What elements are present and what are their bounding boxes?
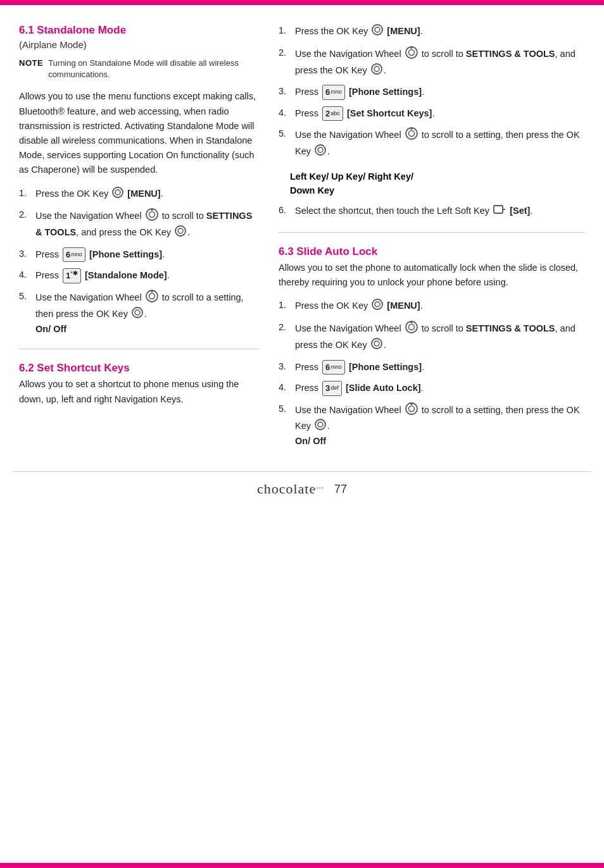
- section-62-title: 6.2 Set Shortcut Keys: [19, 362, 260, 375]
- ok-key-icon-63-2: [371, 338, 382, 354]
- nav-wheel-icon-63-2: [405, 321, 418, 338]
- section-63-title: 6.3 Slide Auto Lock: [279, 245, 585, 258]
- svg-point-29: [408, 325, 414, 330]
- step-62-2: 2. Use the Navigation Wheel to scroll to…: [279, 46, 585, 79]
- key-6mno-63: 6mno: [322, 360, 345, 375]
- svg-point-32: [374, 341, 379, 346]
- svg-point-1: [115, 190, 120, 195]
- svg-point-16: [410, 47, 412, 49]
- svg-point-4: [151, 209, 153, 211]
- on-off-61: On/ Off: [35, 324, 66, 334]
- sub-title-62: Left Key/ Up Key/ Right Key/Down Key: [290, 170, 585, 198]
- on-off-63: On/ Off: [295, 436, 326, 446]
- page-number: 77: [334, 483, 347, 496]
- divider-62: [19, 349, 260, 349]
- step-62-3: 3. Press 6mno [Phone Settings].: [279, 85, 585, 100]
- ok-key-icon-62-2: [371, 63, 382, 79]
- section-62: 6.2 Set Shortcut Keys Allows you to set …: [19, 362, 260, 406]
- section-61-steps: 1. Press the OK Key [MENU]. 2. Use the N…: [19, 187, 260, 337]
- section-63-steps: 1. Press the OK Key [MENU]. 2. Use the N…: [279, 299, 585, 449]
- step-63-1: 1. Press the OK Key [MENU].: [279, 299, 585, 314]
- key-3def: 3def: [322, 381, 342, 396]
- step-62-6: 6. Select the shortcut, then touch the L…: [279, 204, 585, 220]
- svg-point-18: [374, 66, 379, 71]
- ok-key-icon-62-1: [372, 24, 383, 40]
- divider-63: [279, 232, 585, 233]
- nav-wheel-icon-61-2: [146, 208, 158, 225]
- ok-key-icon-61-5: [132, 307, 143, 323]
- section-63: 6.3 Slide Auto Lock Allows you to set th…: [279, 245, 585, 449]
- svg-point-27: [375, 302, 380, 307]
- svg-point-20: [408, 131, 414, 137]
- svg-point-17: [372, 64, 382, 74]
- section-62-body: Allows you to set a shortcut to phone me…: [19, 377, 260, 406]
- svg-rect-24: [494, 206, 503, 213]
- section-61: 6.1 Standalone Mode (Airplane Mode) NOTE…: [19, 24, 260, 336]
- svg-point-22: [315, 145, 325, 155]
- section-61-title: 6.1 Standalone Mode: [19, 24, 260, 37]
- svg-point-5: [175, 226, 186, 236]
- ok-key-icon-63-5: [315, 419, 326, 435]
- note-text: Turning on Standalone Mode will disable …: [48, 58, 260, 80]
- ok-key-icon-63-1: [372, 299, 383, 314]
- step-61-2: 2. Use the Navigation Wheel to scroll to…: [19, 208, 260, 241]
- svg-point-15: [408, 49, 414, 55]
- svg-point-9: [151, 290, 153, 292]
- step-63-4: 4. Press 3def [Slide Auto Lock].: [279, 381, 585, 396]
- svg-point-8: [149, 294, 154, 299]
- key-6mno: 6mno: [63, 247, 85, 263]
- footer: chocolate... 77: [0, 472, 604, 510]
- note-label: NOTE: [19, 58, 43, 68]
- svg-point-0: [113, 187, 123, 197]
- section-61-body: Allows you to use the menu functions exc…: [19, 89, 260, 177]
- step-61-4: 4. Press 1°✱ [Standalone Mode].: [19, 268, 260, 283]
- svg-point-12: [372, 25, 382, 35]
- left-column: 6.1 Standalone Mode (Airplane Mode) NOTE…: [19, 24, 260, 459]
- step-63-5: 5. Use the Navigation Wheel to scroll to…: [279, 402, 585, 449]
- right-column: 1. Press the OK Key [MENU]. 2. Use the N…: [279, 24, 585, 459]
- svg-point-3: [149, 212, 154, 218]
- svg-point-6: [178, 228, 183, 233]
- svg-point-23: [318, 147, 323, 152]
- step-63-2: 2. Use the Navigation Wheel to scroll to…: [279, 321, 585, 354]
- section-61-subtitle: (Airplane Mode): [19, 39, 260, 50]
- ok-key-icon-61-2: [175, 225, 186, 241]
- step-61-3: 3. Press 6mno [Phone Settings].: [19, 247, 260, 263]
- svg-point-26: [372, 299, 382, 309]
- top-bar: [0, 0, 604, 5]
- nav-wheel-icon-63-5: [405, 402, 418, 419]
- key-2abc: 2abc: [322, 106, 343, 121]
- section-62-steps: 1. Press the OK Key [MENU]. 2. Use the N…: [279, 24, 585, 160]
- svg-point-36: [315, 419, 325, 430]
- svg-point-30: [410, 321, 412, 323]
- svg-point-11: [135, 310, 140, 315]
- step-62-1: 1. Press the OK Key [MENU].: [279, 24, 585, 40]
- svg-point-13: [375, 27, 380, 32]
- bottom-bar: [0, 863, 604, 868]
- svg-point-31: [372, 338, 382, 349]
- ok-key-icon-61-1: [112, 187, 123, 202]
- step-62-4: 4. Press 2abc [Set Shortcut Keys].: [279, 106, 585, 121]
- nav-wheel-icon-62-2: [405, 46, 418, 63]
- svg-point-34: [408, 406, 414, 411]
- step-61-1: 1. Press the OK Key [MENU].: [19, 187, 260, 202]
- ok-key-icon-62-5: [315, 144, 326, 160]
- svg-point-37: [318, 422, 323, 427]
- step-61-5: 5. Use the Navigation Wheel to scroll to…: [19, 290, 260, 336]
- section-62-step6: 6. Select the shortcut, then touch the L…: [279, 204, 585, 220]
- step-63-3: 3. Press 6mno [Phone Settings].: [279, 360, 585, 375]
- brand-name: chocolate...: [257, 481, 324, 497]
- svg-point-35: [410, 403, 412, 405]
- step-62-5: 5. Use the Navigation Wheel to scroll to…: [279, 127, 585, 160]
- nav-wheel-icon-61-5: [146, 290, 158, 307]
- key-1-standalone: 1°✱: [63, 268, 81, 283]
- left-soft-key-icon: [493, 204, 506, 220]
- section-63-body: Allows you to set the phone to automatic…: [279, 261, 585, 290]
- nav-wheel-icon-62-5: [405, 127, 418, 144]
- key-6mno-62: 6mno: [322, 85, 345, 100]
- svg-point-10: [132, 307, 142, 318]
- svg-point-21: [410, 128, 412, 130]
- note-block: NOTE Turning on Standalone Mode will dis…: [19, 58, 260, 80]
